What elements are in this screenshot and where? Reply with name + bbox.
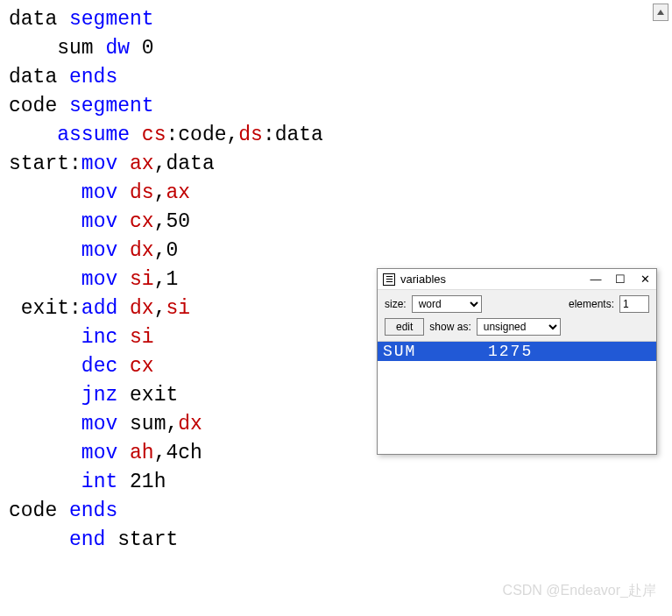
window-icon: ☰	[383, 273, 395, 286]
size-select[interactable]: word	[412, 295, 482, 313]
code-line: mov ds,ax	[9, 179, 663, 208]
scroll-up-button[interactable]	[653, 4, 668, 21]
variable-row[interactable]: SUM1275	[378, 342, 656, 361]
code-line: code ends	[9, 497, 663, 526]
code-line: sum dw 0	[9, 34, 663, 63]
code-line: start:mov ax,data	[9, 150, 663, 179]
variable-value: 1275	[488, 343, 533, 360]
showas-label: show as:	[429, 321, 470, 333]
window-title: variables	[400, 273, 590, 286]
code-line: int 21h	[9, 468, 663, 497]
code-line: assume cs:code,ds:data	[9, 121, 663, 150]
variable-name: SUM	[383, 343, 488, 360]
toolbar: size: word elements: edit show as: unsig…	[378, 290, 656, 342]
code-line: mov cx,50	[9, 208, 663, 237]
size-label: size:	[385, 298, 407, 310]
edit-button[interactable]: edit	[385, 318, 424, 336]
code-line: end start	[9, 526, 663, 555]
showas-select[interactable]: unsigned	[477, 318, 561, 336]
titlebar[interactable]: ☰ variables — ☐ ✕	[378, 269, 656, 290]
close-button[interactable]: ✕	[639, 273, 651, 286]
maximize-button[interactable]: ☐	[614, 273, 626, 286]
variables-window: ☰ variables — ☐ ✕ size: word elements: e…	[377, 268, 657, 455]
code-line: mov dx,0	[9, 237, 663, 266]
watermark: CSDN @Endeavor_赴岸	[503, 582, 656, 600]
variables-list[interactable]: SUM1275	[378, 342, 656, 454]
minimize-button[interactable]: —	[590, 273, 602, 286]
code-line: code segment	[9, 92, 663, 121]
elements-label: elements:	[569, 298, 614, 310]
elements-input[interactable]	[619, 295, 649, 313]
code-line: data segment	[9, 5, 663, 34]
code-line: data ends	[9, 63, 663, 92]
